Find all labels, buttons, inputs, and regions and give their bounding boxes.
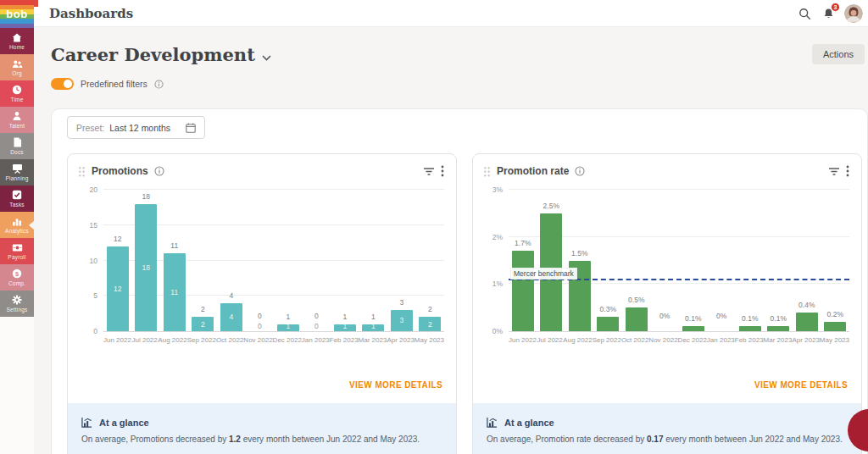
x-axis-label: Apr 2023 xyxy=(792,336,819,344)
bar-dec-2022[interactable] xyxy=(682,326,704,331)
y-axis-tick: 15 xyxy=(90,221,97,230)
bar-inside-label: 2 xyxy=(428,320,432,329)
bar-inside-label: 12 xyxy=(114,285,121,293)
sidebar-item-home[interactable]: Home xyxy=(0,28,34,54)
bar-inside-label: 1 xyxy=(342,322,347,330)
glance-text: On average, Promotions decreased by 1.2 … xyxy=(81,435,442,444)
chart-title: Promotions xyxy=(92,165,148,177)
bar-mar-2023[interactable] xyxy=(767,326,789,331)
sidebar-item-label: Talent xyxy=(9,123,25,129)
sidebar-item-analytics[interactable]: Analytics xyxy=(0,212,34,238)
bar-may-2023[interactable] xyxy=(824,322,846,331)
glance-text: On average, Promotion rate decreased by … xyxy=(487,435,848,444)
bar-value-label: 2 xyxy=(201,305,205,313)
sidebar-item-settings[interactable]: Settings xyxy=(0,291,34,317)
x-axis-label: May 2023 xyxy=(415,336,444,344)
sidebar: Home Org Time Talent Docs Planning Tasks… xyxy=(0,28,34,454)
bar-column: 1818 xyxy=(132,191,161,331)
sidebar-item-label: Payroll xyxy=(8,254,25,260)
predefined-filters-toggle[interactable] xyxy=(51,78,74,90)
bar-value-label: 0.4% xyxy=(798,301,815,309)
y-axis-tick: 2% xyxy=(492,233,503,241)
bar-inside-label: 18 xyxy=(142,263,150,272)
bar-column: 44 xyxy=(217,191,246,331)
bar-jun-2022[interactable] xyxy=(512,251,534,331)
x-axis-label: May 2023 xyxy=(820,336,849,344)
search-icon[interactable] xyxy=(797,6,812,21)
page-title: Career Development xyxy=(51,44,255,65)
sidebar-item-comp[interactable]: $ Comp. xyxy=(0,264,34,291)
y-axis-tick: 20 xyxy=(90,185,97,194)
glance-chart-icon xyxy=(81,417,92,428)
x-axis-label: Nov 2022 xyxy=(243,336,272,344)
sidebar-item-label: Home xyxy=(9,44,25,50)
bar-column: 00 xyxy=(246,191,275,331)
sidebar-item-label: Planning xyxy=(6,175,29,181)
bar-value-label: 1.5% xyxy=(571,249,587,257)
x-axis-label: Jul 2022 xyxy=(537,336,563,344)
info-icon[interactable] xyxy=(154,80,164,89)
y-axis-tick: 10 xyxy=(90,257,97,265)
preset-date-filter[interactable]: Preset: Last 12 months xyxy=(67,116,205,139)
kebab-menu-icon[interactable] xyxy=(846,165,849,177)
drag-handle-icon[interactable] xyxy=(483,166,491,177)
settings-gear-icon xyxy=(12,295,22,305)
planning-icon xyxy=(12,163,23,174)
analytics-icon xyxy=(12,216,22,226)
sidebar-item-payroll[interactable]: Payroll xyxy=(0,238,34,264)
promotions-chart-card: Promotions 05101520121218181111224400110… xyxy=(67,153,457,454)
bob-logo[interactable]: bob xyxy=(0,0,34,28)
bar-value-label: 1 xyxy=(286,313,290,321)
bars-area: 121218181111224400110011113322 xyxy=(103,191,444,331)
bar-column: 0% xyxy=(651,191,680,331)
bar-feb-2023[interactable] xyxy=(739,326,761,331)
bar-apr-2023[interactable] xyxy=(796,313,818,331)
sidebar-item-docs[interactable]: Docs xyxy=(0,133,34,159)
x-axis-label: Jan 2023 xyxy=(707,336,735,344)
actions-button[interactable]: Actions xyxy=(812,44,865,64)
tasks-icon xyxy=(12,190,22,200)
avatar[interactable] xyxy=(844,4,863,23)
bar-value-label: 0 xyxy=(314,312,319,320)
bar-value-label: 2.5% xyxy=(543,202,559,210)
sidebar-item-label: Settings xyxy=(6,307,27,313)
benchmark-label: Mercer benchmark xyxy=(510,268,577,280)
x-axis-label: Aug 2022 xyxy=(563,336,592,344)
bar-value-label: 0.1% xyxy=(685,314,701,323)
filter-icon[interactable] xyxy=(423,167,435,176)
bar-inside-label: 0 xyxy=(314,322,319,330)
x-axis-label: Jul 2022 xyxy=(131,336,158,344)
sidebar-item-label: Tasks xyxy=(9,202,25,208)
x-axis-label: Jun 2022 xyxy=(509,336,537,344)
chevron-down-icon[interactable] xyxy=(262,49,271,64)
bar-sep-2022[interactable] xyxy=(597,317,619,331)
x-axis-label: Dec 2022 xyxy=(678,336,707,344)
view-more-details-link[interactable]: VIEW MORE DETAILS xyxy=(349,380,442,390)
drag-handle-icon[interactable] xyxy=(78,166,86,177)
x-axis-label: Oct 2022 xyxy=(216,336,243,344)
sidebar-item-tasks[interactable]: Tasks xyxy=(0,185,34,212)
talent-icon xyxy=(12,111,22,121)
view-more-details-link[interactable]: VIEW MORE DETAILS xyxy=(754,380,848,390)
kebab-menu-icon[interactable] xyxy=(441,165,444,177)
notifications-bell-icon[interactable]: 3 xyxy=(821,6,836,21)
sidebar-item-label: Docs xyxy=(10,149,24,155)
glance-title: At a glance xyxy=(504,418,554,428)
sidebar-item-label: Comp. xyxy=(8,280,25,286)
filter-icon[interactable] xyxy=(828,167,840,176)
x-axis-label: Feb 2023 xyxy=(735,336,764,344)
bar-inside-label: 0 xyxy=(258,322,262,330)
promotion-rate-bar-chart: 0%1%2%3%1.7%2.5%1.5%0.3%0.5%0%0.1%0%0.1%… xyxy=(485,191,849,344)
bar-oct-2022[interactable] xyxy=(626,307,648,331)
bar-column: 1111 xyxy=(160,191,189,331)
sidebar-item-planning[interactable]: Planning xyxy=(0,159,34,185)
sidebar-item-label: Org xyxy=(12,70,21,76)
sidebar-item-org[interactable]: Org xyxy=(0,54,34,80)
sidebar-item-time[interactable]: Time xyxy=(0,80,34,107)
bar-value-label: 0% xyxy=(716,312,726,320)
info-icon[interactable] xyxy=(154,166,164,176)
notification-badge: 3 xyxy=(831,3,840,12)
bar-column: 22 xyxy=(189,191,218,331)
info-icon[interactable] xyxy=(575,166,585,176)
sidebar-item-talent[interactable]: Talent xyxy=(0,107,34,133)
